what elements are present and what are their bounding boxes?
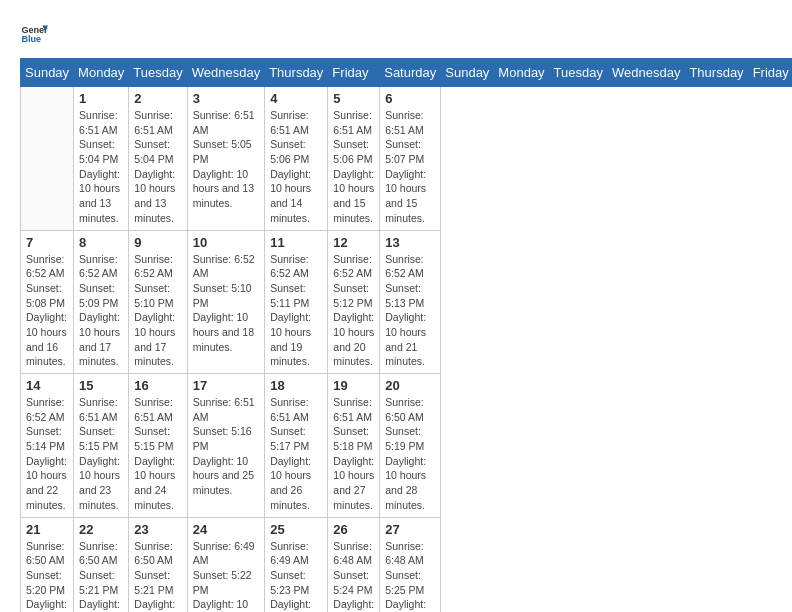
calendar-cell: 19Sunrise: 6:51 AMSunset: 5:18 PMDayligh… [328,374,380,518]
calendar-cell: 9Sunrise: 6:52 AMSunset: 5:10 PMDaylight… [129,230,187,374]
day-info: Sunrise: 6:51 AMSunset: 5:04 PMDaylight:… [134,108,181,226]
calendar-cell: 4Sunrise: 6:51 AMSunset: 5:06 PMDaylight… [265,87,328,231]
day-info: Sunrise: 6:49 AMSunset: 5:22 PMDaylight:… [193,539,259,613]
day-info: Sunrise: 6:51 AMSunset: 5:06 PMDaylight:… [333,108,374,226]
svg-text:Blue: Blue [21,34,41,44]
calendar-cell: 26Sunrise: 6:48 AMSunset: 5:24 PMDayligh… [328,517,380,612]
day-info: Sunrise: 6:48 AMSunset: 5:24 PMDaylight:… [333,539,374,613]
day-info: Sunrise: 6:52 AMSunset: 5:14 PMDaylight:… [26,395,68,513]
calendar-cell: 13Sunrise: 6:52 AMSunset: 5:13 PMDayligh… [380,230,441,374]
day-info: Sunrise: 6:52 AMSunset: 5:12 PMDaylight:… [333,252,374,370]
day-info: Sunrise: 6:52 AMSunset: 5:13 PMDaylight:… [385,252,435,370]
day-number: 23 [134,522,181,537]
calendar-week-row: 21Sunrise: 6:50 AMSunset: 5:20 PMDayligh… [21,517,793,612]
day-number: 1 [79,91,123,106]
weekday-header: Wednesday [187,59,264,87]
calendar-cell: 7Sunrise: 6:52 AMSunset: 5:08 PMDaylight… [21,230,74,374]
logo-icon: General Blue [20,20,48,48]
day-number: 16 [134,378,181,393]
day-info: Sunrise: 6:51 AMSunset: 5:06 PMDaylight:… [270,108,322,226]
day-number: 14 [26,378,68,393]
day-info: Sunrise: 6:51 AMSunset: 5:18 PMDaylight:… [333,395,374,513]
calendar-cell: 12Sunrise: 6:52 AMSunset: 5:12 PMDayligh… [328,230,380,374]
calendar-cell: 24Sunrise: 6:49 AMSunset: 5:22 PMDayligh… [187,517,264,612]
weekday-header: Monday [74,59,129,87]
day-info: Sunrise: 6:50 AMSunset: 5:21 PMDaylight:… [134,539,181,613]
day-number: 17 [193,378,259,393]
day-number: 11 [270,235,322,250]
day-info: Sunrise: 6:50 AMSunset: 5:21 PMDaylight:… [79,539,123,613]
day-info: Sunrise: 6:50 AMSunset: 5:20 PMDaylight:… [26,539,68,613]
weekday-header: Saturday [380,59,441,87]
day-info: Sunrise: 6:52 AMSunset: 5:09 PMDaylight:… [79,252,123,370]
day-info: Sunrise: 6:51 AMSunset: 5:07 PMDaylight:… [385,108,435,226]
day-info: Sunrise: 6:51 AMSunset: 5:17 PMDaylight:… [270,395,322,513]
day-number: 6 [385,91,435,106]
calendar-cell: 10Sunrise: 6:52 AMSunset: 5:10 PMDayligh… [187,230,264,374]
weekday-header: Monday [494,59,549,87]
day-number: 25 [270,522,322,537]
calendar-cell: 5Sunrise: 6:51 AMSunset: 5:06 PMDaylight… [328,87,380,231]
header-row: SundayMondayTuesdayWednesdayThursdayFrid… [21,59,793,87]
day-number: 20 [385,378,435,393]
weekday-header: Tuesday [549,59,607,87]
day-number: 8 [79,235,123,250]
day-number: 15 [79,378,123,393]
calendar-table: SundayMondayTuesdayWednesdayThursdayFrid… [20,58,792,612]
calendar-cell: 3Sunrise: 6:51 AMSunset: 5:05 PMDaylight… [187,87,264,231]
day-number: 7 [26,235,68,250]
day-number: 2 [134,91,181,106]
day-info: Sunrise: 6:50 AMSunset: 5:19 PMDaylight:… [385,395,435,513]
weekday-header: Sunday [441,59,494,87]
day-number: 9 [134,235,181,250]
calendar-cell: 14Sunrise: 6:52 AMSunset: 5:14 PMDayligh… [21,374,74,518]
calendar-cell: 20Sunrise: 6:50 AMSunset: 5:19 PMDayligh… [380,374,441,518]
day-info: Sunrise: 6:52 AMSunset: 5:11 PMDaylight:… [270,252,322,370]
calendar-cell: 25Sunrise: 6:49 AMSunset: 5:23 PMDayligh… [265,517,328,612]
calendar-cell: 2Sunrise: 6:51 AMSunset: 5:04 PMDaylight… [129,87,187,231]
day-number: 22 [79,522,123,537]
weekday-header: Thursday [265,59,328,87]
day-info: Sunrise: 6:51 AMSunset: 5:15 PMDaylight:… [134,395,181,513]
day-info: Sunrise: 6:51 AMSunset: 5:04 PMDaylight:… [79,108,123,226]
day-info: Sunrise: 6:52 AMSunset: 5:08 PMDaylight:… [26,252,68,370]
logo: General Blue [20,20,48,48]
day-info: Sunrise: 6:51 AMSunset: 5:15 PMDaylight:… [79,395,123,513]
calendar-cell: 27Sunrise: 6:48 AMSunset: 5:25 PMDayligh… [380,517,441,612]
day-number: 18 [270,378,322,393]
calendar-cell [21,87,74,231]
day-number: 13 [385,235,435,250]
day-info: Sunrise: 6:52 AMSunset: 5:10 PMDaylight:… [134,252,181,370]
weekday-header: Tuesday [129,59,187,87]
day-number: 10 [193,235,259,250]
calendar-week-row: 7Sunrise: 6:52 AMSunset: 5:08 PMDaylight… [21,230,793,374]
calendar-cell: 21Sunrise: 6:50 AMSunset: 5:20 PMDayligh… [21,517,74,612]
calendar-cell: 16Sunrise: 6:51 AMSunset: 5:15 PMDayligh… [129,374,187,518]
weekday-header: Sunday [21,59,74,87]
header: General Blue [20,20,772,48]
day-number: 12 [333,235,374,250]
calendar-week-row: 1Sunrise: 6:51 AMSunset: 5:04 PMDaylight… [21,87,793,231]
calendar-cell: 11Sunrise: 6:52 AMSunset: 5:11 PMDayligh… [265,230,328,374]
day-number: 19 [333,378,374,393]
day-number: 3 [193,91,259,106]
calendar-cell: 18Sunrise: 6:51 AMSunset: 5:17 PMDayligh… [265,374,328,518]
weekday-header: Wednesday [608,59,685,87]
weekday-header: Friday [748,59,792,87]
calendar-cell: 6Sunrise: 6:51 AMSunset: 5:07 PMDaylight… [380,87,441,231]
calendar-cell: 22Sunrise: 6:50 AMSunset: 5:21 PMDayligh… [74,517,129,612]
day-number: 4 [270,91,322,106]
calendar-cell: 1Sunrise: 6:51 AMSunset: 5:04 PMDaylight… [74,87,129,231]
day-number: 27 [385,522,435,537]
day-info: Sunrise: 6:51 AMSunset: 5:16 PMDaylight:… [193,395,259,498]
calendar-cell: 15Sunrise: 6:51 AMSunset: 5:15 PMDayligh… [74,374,129,518]
weekday-header: Thursday [685,59,748,87]
day-info: Sunrise: 6:51 AMSunset: 5:05 PMDaylight:… [193,108,259,211]
calendar-cell: 17Sunrise: 6:51 AMSunset: 5:16 PMDayligh… [187,374,264,518]
day-number: 21 [26,522,68,537]
calendar-cell: 8Sunrise: 6:52 AMSunset: 5:09 PMDaylight… [74,230,129,374]
calendar-cell: 23Sunrise: 6:50 AMSunset: 5:21 PMDayligh… [129,517,187,612]
day-info: Sunrise: 6:52 AMSunset: 5:10 PMDaylight:… [193,252,259,355]
day-number: 26 [333,522,374,537]
day-number: 24 [193,522,259,537]
